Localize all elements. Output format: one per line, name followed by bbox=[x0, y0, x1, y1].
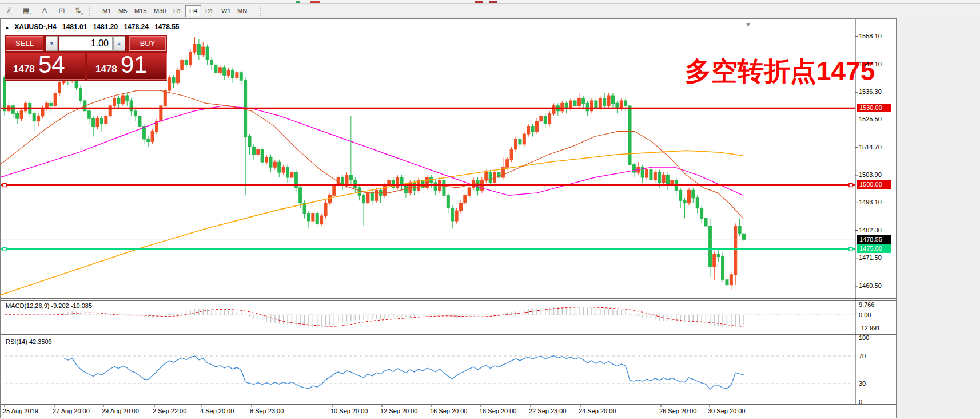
candle-body bbox=[307, 214, 310, 221]
turning-point-line-1475-handle[interactable] bbox=[849, 247, 852, 251]
candle-body bbox=[586, 103, 589, 110]
time-axis-label: 22 Sep 23:00 bbox=[529, 408, 566, 414]
macd-values: -9.202 -10.085 bbox=[51, 302, 92, 309]
volume-decrease-button[interactable]: ▼ bbox=[46, 36, 58, 51]
volume-increase-button[interactable]: ▲ bbox=[113, 36, 125, 51]
macd-axis-label: 0.00 bbox=[859, 311, 871, 318]
candle-body bbox=[299, 188, 302, 203]
candle-body bbox=[708, 226, 711, 267]
candle-body bbox=[667, 175, 670, 185]
candle-body bbox=[214, 65, 217, 72]
candle-body bbox=[236, 73, 238, 78]
support-line-1500-handle[interactable] bbox=[3, 183, 6, 187]
ma-medium-line bbox=[0, 106, 743, 195]
candle-body bbox=[447, 195, 449, 208]
candle-body bbox=[87, 111, 90, 118]
candle-body bbox=[210, 60, 213, 65]
candle-body bbox=[485, 172, 488, 180]
candle-body bbox=[20, 111, 23, 118]
candle-body bbox=[611, 96, 614, 103]
candle-body bbox=[252, 147, 255, 154]
candle-body bbox=[730, 275, 732, 285]
chart-shift-marker-icon[interactable]: ▼ bbox=[745, 21, 751, 28]
candle-body bbox=[50, 103, 53, 105]
candle-body bbox=[692, 190, 695, 197]
ohlc-open: 1481.01 bbox=[62, 23, 87, 31]
time-axis-label: 25 Aug 2019 bbox=[3, 408, 38, 414]
candle-body bbox=[366, 193, 369, 203]
time-axis-label: 4 Sep 20:00 bbox=[200, 408, 234, 414]
rsi-axis-label: 70 bbox=[859, 353, 866, 359]
candle-body bbox=[443, 180, 445, 195]
candle-body bbox=[333, 185, 336, 195]
ma-slow-line bbox=[0, 151, 743, 295]
volume-input[interactable] bbox=[59, 36, 113, 51]
sell-button[interactable]: SELL bbox=[6, 36, 43, 51]
candle-body bbox=[531, 127, 534, 132]
candle-body bbox=[286, 167, 289, 177]
time-axis-label: 27 Aug 20:00 bbox=[53, 408, 90, 414]
buy-button[interactable]: BUY bbox=[129, 36, 166, 51]
candle-body bbox=[328, 195, 331, 203]
candle-body bbox=[413, 183, 416, 190]
candle-body bbox=[603, 98, 606, 105]
candle-body bbox=[561, 103, 564, 110]
candle-body bbox=[316, 214, 318, 224]
candle-body bbox=[3, 78, 6, 111]
candle-body bbox=[312, 214, 314, 221]
sell-price-big-figure: 1478 bbox=[13, 64, 35, 75]
collapse-panel-icon[interactable]: ▲ bbox=[5, 25, 10, 30]
candle-body bbox=[396, 177, 399, 188]
candle-body bbox=[181, 60, 184, 70]
macd-axis-label: -12.991 bbox=[859, 325, 880, 331]
ohlc-close: 1478.55 bbox=[154, 23, 179, 31]
candle-body bbox=[620, 101, 623, 108]
candle-body bbox=[722, 257, 724, 280]
candle-body bbox=[375, 190, 378, 200]
price-axis-label: 1482.30 bbox=[859, 227, 882, 234]
candle-body bbox=[519, 139, 521, 144]
candle-body bbox=[738, 226, 741, 234]
candle-body bbox=[700, 208, 703, 219]
buy-price-big-figure: 1478 bbox=[95, 64, 117, 75]
buy-quote[interactable]: 1478 91 bbox=[87, 53, 167, 80]
candle-body bbox=[569, 101, 572, 108]
candle-body bbox=[113, 98, 116, 105]
candle-body bbox=[265, 157, 268, 162]
time-axis-label: 24 Sep 20:00 bbox=[579, 408, 616, 414]
turning-point-line-1475-handle[interactable] bbox=[3, 247, 6, 251]
price-axis-label: 1558.10 bbox=[859, 33, 882, 39]
sell-price-pips: 54 bbox=[38, 51, 65, 78]
support-line-1500-handle[interactable] bbox=[849, 183, 852, 187]
candle-body bbox=[713, 254, 716, 267]
candle-body bbox=[218, 68, 221, 73]
candle-body bbox=[324, 203, 327, 216]
candle-body bbox=[261, 149, 264, 162]
candle-body bbox=[121, 96, 124, 103]
candle-body bbox=[455, 211, 458, 221]
chart-text-annotation: 多空转折点1475 bbox=[685, 54, 875, 89]
ohlc-high: 1481.20 bbox=[93, 23, 118, 31]
candle-body bbox=[683, 200, 686, 203]
candle-body bbox=[11, 106, 14, 113]
candle-body bbox=[227, 70, 230, 75]
time-axis-label: 26 Sep 20:00 bbox=[659, 408, 696, 414]
candle-body bbox=[41, 108, 44, 116]
time-axis-label: 18 Sep 20:00 bbox=[479, 408, 516, 414]
candle-body bbox=[223, 68, 226, 75]
candle-body bbox=[658, 172, 661, 183]
price-axis-label: 1493.10 bbox=[859, 199, 882, 205]
candle-body bbox=[552, 106, 555, 113]
candle-body bbox=[248, 137, 251, 147]
sell-quote[interactable]: 1478 54 bbox=[5, 53, 85, 80]
candle-body bbox=[527, 127, 530, 134]
rsi-axis-label: 30 bbox=[859, 380, 866, 387]
macd-signal-line bbox=[5, 307, 744, 327]
price-badge: 1500.00 bbox=[857, 180, 891, 189]
candle-body bbox=[345, 175, 348, 185]
price-badge: 1478.55 bbox=[857, 235, 891, 244]
rsi-label: RSI(14) 42.3509 bbox=[6, 338, 52, 345]
time-axis-label: 29 Aug 20:00 bbox=[102, 408, 139, 414]
macd-label: MACD(12,26,9) -9.202 -10.085 bbox=[6, 302, 92, 309]
candle-body bbox=[282, 167, 285, 172]
